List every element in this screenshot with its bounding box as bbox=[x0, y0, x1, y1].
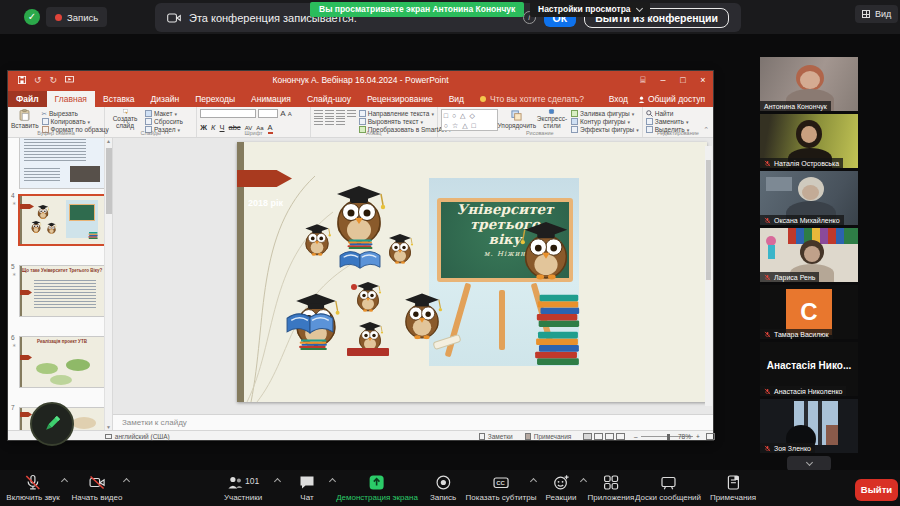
unmute-button[interactable]: Включить звук bbox=[6, 474, 59, 502]
chat-options-chevron[interactable] bbox=[330, 479, 336, 485]
slide-number-6: 6 bbox=[11, 334, 15, 341]
zoom-in-button[interactable]: + bbox=[696, 433, 700, 440]
reset-button[interactable]: Сбросить bbox=[145, 118, 183, 125]
tab-transitions[interactable]: Переходы bbox=[187, 91, 243, 107]
more-participants-button[interactable] bbox=[787, 456, 831, 471]
tab-insert[interactable]: Вставка bbox=[95, 91, 143, 107]
tab-review[interactable]: Рецензирование bbox=[359, 91, 441, 107]
sign-in-link[interactable]: Вход bbox=[609, 94, 628, 104]
comments-toggle[interactable]: Примечания bbox=[524, 433, 571, 441]
zoom-out-button[interactable]: – bbox=[634, 433, 638, 440]
ribbon-options-icon[interactable]: ⌸ bbox=[633, 75, 653, 86]
participant-tile-antonina[interactable]: Антонина Конончук bbox=[760, 57, 858, 111]
meeting-notes-button[interactable]: Примечания bbox=[710, 474, 756, 502]
copy-button[interactable]: Копировать▾ bbox=[42, 118, 109, 125]
whiteboard-icon bbox=[659, 474, 676, 491]
reactions-options-chevron[interactable] bbox=[581, 479, 587, 485]
participant-tile-natalia[interactable]: Наталія Островська bbox=[760, 114, 858, 168]
tab-design[interactable]: Дизайн bbox=[143, 91, 188, 107]
arrange-button[interactable]: Упорядочить bbox=[501, 109, 533, 129]
font-name-box[interactable] bbox=[200, 109, 256, 118]
slide-thumbnail-3[interactable] bbox=[20, 138, 104, 188]
tell-me-box[interactable]: Что вы хотите сделать? bbox=[472, 91, 592, 107]
thumbnail-scrollbar[interactable]: ▲ ▼ bbox=[104, 138, 112, 430]
notes-pane[interactable]: Заметки к слайду bbox=[113, 414, 713, 430]
muted-mic-icon bbox=[764, 388, 771, 395]
encryption-shield-icon[interactable]: ✓ bbox=[24, 9, 40, 25]
chat-button[interactable]: Чат bbox=[299, 474, 316, 502]
quick-access-toolbar[interactable]: ↺ ↻ bbox=[18, 75, 74, 85]
record-icon bbox=[435, 474, 452, 491]
captions-options-chevron[interactable] bbox=[531, 479, 537, 485]
participant-tile-larisa[interactable]: Лариса Рень bbox=[760, 228, 858, 282]
grow-font-button[interactable]: А bbox=[280, 109, 285, 118]
record-button[interactable]: Запись bbox=[430, 474, 456, 502]
quick-styles-button[interactable]: Экспресс-стили bbox=[536, 109, 568, 129]
fit-slide-button[interactable] bbox=[706, 433, 715, 440]
layout-button[interactable]: Макет▾ bbox=[145, 110, 183, 117]
recording-label: Запись bbox=[67, 12, 98, 23]
collapse-ribbon-icon[interactable]: ⌃ bbox=[703, 126, 709, 134]
book-stack-bottom-left bbox=[281, 338, 345, 362]
shapes-gallery[interactable]: □ ○ △ ◇ ○ ☆ △ □ bbox=[441, 109, 498, 131]
start-video-button[interactable]: Начать видео bbox=[72, 474, 123, 502]
tab-file[interactable]: Файл bbox=[8, 91, 47, 107]
shrink-font-button[interactable]: А bbox=[288, 111, 292, 117]
slide-thumbnail-5[interactable]: Що таке Університет Третього Віку? bbox=[20, 266, 104, 316]
close-button[interactable]: × bbox=[693, 75, 713, 86]
slide-editor: 2018 рік Університет третього віку м. Ні… bbox=[113, 138, 713, 414]
replace-button[interactable]: Заменить▾ bbox=[646, 118, 690, 125]
animation-indicator: ∗ bbox=[12, 271, 16, 277]
share-screen-button[interactable]: Демонстрация экрана bbox=[336, 474, 418, 502]
video-options-chevron[interactable] bbox=[124, 479, 130, 485]
shape-outline-button[interactable]: Контур фигуры▾ bbox=[571, 118, 639, 125]
editor-scrollbar[interactable] bbox=[705, 146, 712, 406]
participant-tile-zoya[interactable]: Зоя Зленко bbox=[760, 399, 858, 453]
new-slide-button[interactable]: Создать слайд bbox=[108, 109, 142, 129]
participants-options-chevron[interactable] bbox=[275, 479, 281, 485]
cut-button[interactable]: ✂Вырезать bbox=[42, 110, 109, 117]
chevron-down-icon bbox=[636, 4, 643, 11]
find-button[interactable]: Найти bbox=[646, 110, 690, 117]
animation-indicator: ∗ bbox=[12, 342, 16, 348]
minimize-button[interactable]: – bbox=[653, 75, 673, 86]
undo-icon[interactable]: ↺ bbox=[34, 75, 42, 85]
share-button[interactable]: Общий доступ bbox=[638, 94, 705, 104]
restore-button[interactable]: □ bbox=[673, 75, 693, 86]
font-size-box[interactable] bbox=[258, 109, 278, 118]
view-options-dropdown[interactable]: Настройки просмотра bbox=[530, 2, 650, 17]
slide-thumbnail-6[interactable]: Реалізація проект УТВ bbox=[20, 337, 104, 387]
participant-tile-anastasia[interactable]: Анастасія Нико... Анастасія Николенко bbox=[760, 342, 858, 396]
participant-tile-oksana[interactable]: Оксана Михайленко bbox=[760, 171, 858, 225]
language-indicator[interactable]: английский (США) bbox=[104, 433, 170, 440]
participant-tile-tamara[interactable]: C Тамара Василюк bbox=[760, 285, 858, 339]
captions-button[interactable]: CC Показать субтитры bbox=[466, 474, 537, 502]
tab-home[interactable]: Главная bbox=[47, 91, 95, 107]
view-button[interactable]: Вид bbox=[855, 5, 898, 23]
view-buttons[interactable] bbox=[582, 433, 626, 441]
ribbon-tab-bar: Файл Главная Вставка Дизайн Переходы Ани… bbox=[8, 89, 713, 107]
tab-animations[interactable]: Анимация bbox=[243, 91, 299, 107]
list-buttons[interactable] bbox=[314, 110, 356, 117]
reactions-button[interactable]: Реакции bbox=[546, 474, 577, 502]
paste-button[interactable]: Вставить bbox=[11, 109, 39, 129]
shape-fill-button[interactable]: Заливка фигуры▾ bbox=[571, 110, 639, 117]
book-stack-right-bottom bbox=[533, 327, 581, 365]
leave-button[interactable]: Выйти bbox=[855, 479, 898, 501]
cc-icon: CC bbox=[493, 474, 510, 491]
tab-slideshow[interactable]: Слайд-шоу bbox=[299, 91, 359, 107]
recording-indicator[interactable]: Запись bbox=[46, 7, 107, 27]
annotation-tool-button[interactable] bbox=[30, 402, 74, 446]
align-buttons[interactable] bbox=[314, 118, 356, 125]
ribbon: Вставить ✂Вырезать Копировать▾ Формат по… bbox=[8, 107, 713, 138]
apps-button[interactable]: Приложения bbox=[588, 474, 635, 502]
tab-view[interactable]: Вид bbox=[441, 91, 472, 107]
notes-toggle[interactable]: Заметки bbox=[478, 433, 513, 441]
whiteboards-button[interactable]: Доски сообщений bbox=[635, 474, 701, 502]
chevron-down-icon bbox=[805, 458, 812, 465]
audio-options-chevron[interactable] bbox=[62, 479, 68, 485]
slide-thumbnail-4-selected[interactable] bbox=[20, 196, 104, 244]
participants-button[interactable]: 101 Участники bbox=[224, 474, 262, 502]
current-slide[interactable]: 2018 рік Університет третього віку м. Ні… bbox=[237, 142, 707, 402]
redo-icon[interactable]: ↻ bbox=[50, 75, 58, 85]
